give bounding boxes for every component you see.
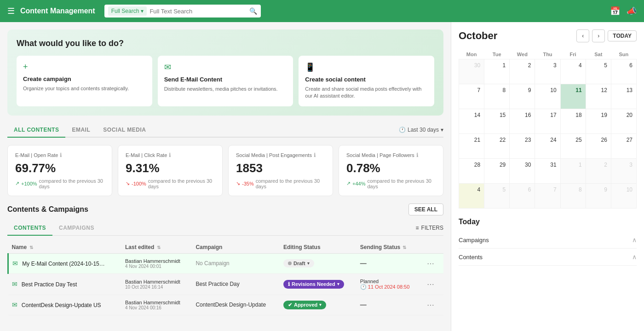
calendar-day[interactable]: 11 [560,84,586,109]
status-badge-revisions[interactable]: ℹ Revisions Needed ▾ [283,280,344,289]
megaphone-icon[interactable]: 📣 [627,6,637,16]
calendar-day[interactable]: 6 [510,184,535,209]
calendar-day[interactable]: 15 [484,109,510,134]
status-badge-draft[interactable]: Draft ▾ [283,259,314,267]
chevron-up-icon-2[interactable]: ∧ [632,253,637,261]
today-contents: Contents ∧ [459,249,637,266]
chevron-up-icon[interactable]: ∧ [632,236,637,244]
today-contents-label: Contents [459,254,483,261]
calendar-day[interactable]: 25 [560,134,586,159]
calendar-icon[interactable]: 📅 [610,6,620,16]
search-input[interactable] [150,8,246,15]
sort-name[interactable]: ⇅ [29,245,33,250]
tab-social-media[interactable]: SOCIAL MEDIA [97,123,152,138]
info-icon-engagements[interactable]: ℹ [314,152,316,158]
calendar-day[interactable]: 30 [459,59,484,84]
calendar-day[interactable]: 3 [611,159,636,184]
calendar-day[interactable]: 7 [535,184,560,209]
more-menu-button[interactable]: ⋯ [424,300,437,310]
send-email-title: Send E-Mail Content [164,76,287,83]
col-last-edited: Last edited ⇅ [121,241,192,254]
status-badge-approved[interactable]: ✔ Approved ▾ [283,301,326,309]
email-row-icon: ✉ [12,301,17,308]
calendar-day[interactable]: 3 [535,59,560,84]
row-name: Best Practice Day Test [22,281,77,288]
trend-down-icon-2: ↘ [236,180,240,186]
calendar-day[interactable]: 9 [586,184,611,209]
calendar-day[interactable]: 13 [611,84,636,109]
calendar-day[interactable]: 24 [535,134,560,159]
hamburger-icon[interactable]: ☰ [7,6,15,16]
send-email-card[interactable]: ✉ Send E-Mail Content Distribute newslet… [158,56,293,106]
trend-up-icon: ↗ [15,180,19,186]
filters-button[interactable]: ≡ FILTERS [416,225,443,231]
calendar-day[interactable]: 10 [611,184,636,209]
calendar-day[interactable]: 21 [459,134,484,159]
calendar-day[interactable]: 9 [510,84,535,109]
calendar-day[interactable]: 2 [586,159,611,184]
info-icon-open-rate[interactable]: ℹ [60,152,62,158]
sort-sending[interactable]: ⇅ [402,245,406,250]
main-layout: What would you like to do? + Create camp… [0,22,644,331]
sub-tab-campaigns[interactable]: CAMPAIGNS [52,221,101,236]
calendar-next-button[interactable]: › [592,29,605,42]
row-more: ⋯ [420,295,443,315]
more-menu-button[interactable]: ⋯ [424,279,437,289]
calendar-day[interactable]: 8 [560,184,586,209]
calendar-day[interactable]: 7 [459,84,484,109]
calendar-day[interactable]: 6 [611,59,636,84]
stat-page-followers: Social Media | Page Followers ℹ 0.78% ↗ … [339,145,443,196]
stat-click-rate-change: ↘ -100% compared to the previous 30 days [126,178,215,189]
calendar-day[interactable]: 5 [586,59,611,84]
create-campaign-card[interactable]: + Create campaign Organize your topics a… [17,56,152,106]
calendar-day[interactable]: 10 [535,84,560,109]
info-icon: ℹ [288,281,290,287]
col-editing-status: Editing Status [280,241,356,254]
row-date: 10 Oct 2024 16:14 [125,285,188,290]
dash: — [360,301,367,308]
calendar-day[interactable]: 4 [560,59,586,84]
calendar-day[interactable]: 29 [484,159,510,184]
calendar-day[interactable]: 12 [586,84,611,109]
calendar-day[interactable]: 22 [484,134,510,159]
calendar-day[interactable]: 14 [459,109,484,134]
calendar-day[interactable]: 20 [611,109,636,134]
calendar-day[interactable]: 30 [510,159,535,184]
email-row-icon: ✉ [12,260,18,267]
more-menu-button[interactable]: ⋯ [424,259,437,268]
info-icon-click-rate[interactable]: ℹ [169,152,171,158]
cal-day-sun: Sun [611,50,636,59]
calendar-day[interactable]: 27 [611,134,636,159]
calendar-day[interactable]: 17 [535,109,560,134]
calendar-day[interactable]: 28 [459,159,484,184]
tab-email[interactable]: EMAIL [65,123,97,138]
calendar-day[interactable]: 1 [560,159,586,184]
filter-last30[interactable]: 🕐 Last 30 days ▾ [399,127,443,133]
info-icon-followers[interactable]: ℹ [416,152,419,158]
stat-click-rate-label: E-Mail | Click Rate ℹ [126,152,215,158]
tab-all-contents[interactable]: ALL CONTENTS [7,123,65,138]
calendar-day[interactable]: 4 [459,184,484,209]
calendar-prev-button[interactable]: ‹ [576,29,589,42]
sub-tab-contents[interactable]: CONTENTS [7,221,52,236]
calendar-day[interactable]: 1 [484,59,510,84]
calendar-day[interactable]: 8 [484,84,510,109]
today-campaigns: Campaigns ∧ [459,232,637,249]
row-name: My E-Mail Content (2024-10-15… [22,261,104,267]
calendar-today-button[interactable]: TODAY [608,30,637,41]
calendar-day[interactable]: 26 [586,134,611,159]
row-campaign: ContentDesk Design-Update [192,295,280,315]
sort-edited[interactable]: ⇅ [157,245,161,250]
calendar-day[interactable]: 23 [510,134,535,159]
calendar-day[interactable]: 31 [535,159,560,184]
calendar-day[interactable]: 18 [560,109,586,134]
see-all-button[interactable]: SEE ALL [408,203,443,215]
calendar-day[interactable]: 2 [510,59,535,84]
calendar-nav: ‹ › TODAY [576,29,637,42]
create-social-card[interactable]: 📱 Create social content Create and share… [299,56,434,106]
search-dropdown-button[interactable]: Full Search ▾ [108,6,147,16]
calendar-day[interactable]: 5 [484,184,510,209]
calendar-day[interactable]: 16 [510,109,535,134]
calendar-day[interactable]: 19 [586,109,611,134]
row-more: ⋯ [420,253,443,273]
